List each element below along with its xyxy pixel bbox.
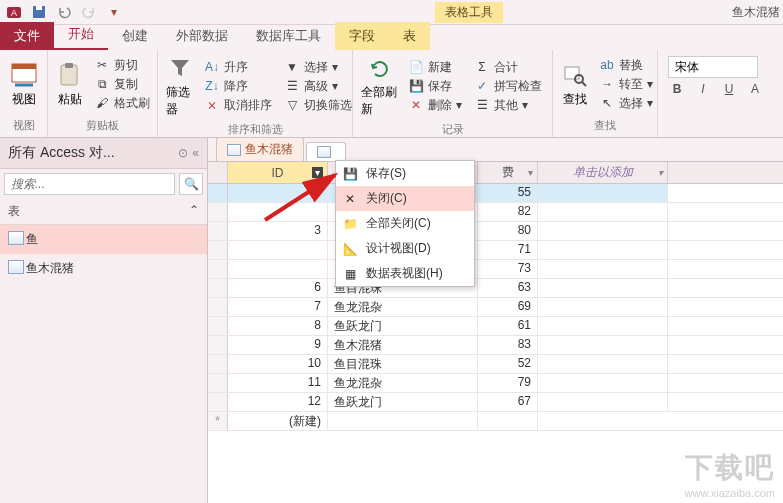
cell-add[interactable] xyxy=(538,184,668,202)
nav-item-table-1[interactable]: 鱼木混猪 xyxy=(0,254,207,283)
selection-button[interactable]: ▼选择 ▾ xyxy=(280,58,356,77)
view-button[interactable]: 视图 xyxy=(6,52,41,116)
cell-id[interactable] xyxy=(228,203,328,221)
cell-add[interactable] xyxy=(538,355,668,373)
cell-f3[interactable]: 63 xyxy=(478,279,538,297)
italic-button[interactable]: I xyxy=(694,82,712,96)
paste-button[interactable]: 粘贴 xyxy=(54,52,86,116)
cell-id[interactable]: 11 xyxy=(228,374,328,392)
new-record-button[interactable]: 📄新建 xyxy=(404,58,466,77)
row-selector[interactable] xyxy=(208,203,228,221)
row-selector-header[interactable] xyxy=(208,162,228,183)
row-selector[interactable] xyxy=(208,222,228,240)
new-record-row[interactable]: * (新建) xyxy=(208,412,783,431)
row-selector[interactable] xyxy=(208,336,228,354)
totals-button[interactable]: Σ合计 xyxy=(470,58,546,77)
font-name-input[interactable] xyxy=(668,56,758,78)
cell-id[interactable] xyxy=(228,184,328,202)
cell-f3[interactable]: 73 xyxy=(478,260,538,278)
cell-add[interactable] xyxy=(538,241,668,259)
table-row[interactable]: 7 鱼龙混杂 69 xyxy=(208,298,783,317)
col-dropdown-icon[interactable]: ▾ xyxy=(658,167,663,178)
row-selector[interactable] xyxy=(208,298,228,316)
sort-asc-button[interactable]: A↓升序 xyxy=(200,58,276,77)
more-button[interactable]: ☰其他 ▾ xyxy=(470,96,546,115)
cell-f3[interactable]: 80 xyxy=(478,222,538,240)
tab-create[interactable]: 创建 xyxy=(108,22,162,50)
nav-section-tables[interactable]: 表⌃ xyxy=(0,199,207,225)
cell-add[interactable] xyxy=(538,222,668,240)
table-row[interactable]: 10 鱼目混珠 52 xyxy=(208,355,783,374)
tab-home[interactable]: 开始 xyxy=(54,20,108,50)
col-header-add[interactable]: 单击以添加▾ xyxy=(538,162,668,183)
menu-item-save[interactable]: 💾保存(S) xyxy=(336,161,474,186)
nav-item-table-0[interactable]: 鱼 xyxy=(0,225,207,254)
cell-id[interactable]: 10 xyxy=(228,355,328,373)
refresh-all-button[interactable]: 全部刷新 xyxy=(359,52,400,120)
nav-collapse-icon[interactable]: « xyxy=(192,146,199,160)
table-row[interactable]: 9 鱼木混猪 83 xyxy=(208,336,783,355)
nav-dropdown-icon[interactable]: ⊙ xyxy=(178,146,188,160)
row-selector[interactable] xyxy=(208,393,228,411)
cell-id[interactable] xyxy=(228,241,328,259)
doc-tab-1[interactable] xyxy=(306,142,346,161)
tab-database-tools[interactable]: 数据库工具 xyxy=(242,22,335,50)
cell-f3[interactable]: 52 xyxy=(478,355,538,373)
col-dropdown-icon[interactable]: ▾ xyxy=(312,167,323,178)
table-row[interactable]: 73 xyxy=(208,260,783,279)
cell-f2[interactable]: 鱼目混珠 xyxy=(328,355,478,373)
tab-fields[interactable]: 字段 xyxy=(335,22,389,50)
cell-id[interactable]: 9 xyxy=(228,336,328,354)
filter-button[interactable]: 筛选器 xyxy=(164,52,196,120)
cell-add[interactable] xyxy=(538,279,668,297)
table-row[interactable]: 55 xyxy=(208,184,783,203)
cell-add[interactable] xyxy=(538,260,668,278)
find-button[interactable]: 查找 xyxy=(559,52,591,116)
format-painter-button[interactable]: 🖌格式刷 xyxy=(90,94,154,113)
table-row[interactable]: 3 80 xyxy=(208,222,783,241)
cell-id[interactable]: 3 xyxy=(228,222,328,240)
table-row[interactable]: 12 鱼跃龙门 67 xyxy=(208,393,783,412)
cell-f2[interactable]: 鱼跃龙门 xyxy=(328,317,478,335)
col-header-id[interactable]: ID▾ xyxy=(228,162,328,183)
menu-item-design[interactable]: 📐设计视图(D) xyxy=(336,236,474,261)
cell-f2[interactable]: 鱼龙混杂 xyxy=(328,374,478,392)
nav-search-input[interactable] xyxy=(4,173,175,195)
cell-f3[interactable]: 69 xyxy=(478,298,538,316)
cell-f2[interactable]: 鱼龙混杂 xyxy=(328,298,478,316)
cell-id[interactable]: 12 xyxy=(228,393,328,411)
cell-id[interactable]: 7 xyxy=(228,298,328,316)
doc-tab-0[interactable]: 鱼木混猪 xyxy=(216,137,304,161)
cell-id[interactable]: 6 xyxy=(228,279,328,297)
spelling-button[interactable]: ✓拼写检查 xyxy=(470,77,546,96)
table-row[interactable]: 82 xyxy=(208,203,783,222)
table-row[interactable]: 11 鱼龙混杂 79 xyxy=(208,374,783,393)
menu-item-folder[interactable]: 📁全部关闭(C) xyxy=(336,211,474,236)
access-app-icon[interactable]: A xyxy=(3,1,25,23)
nav-search-button[interactable]: 🔍 xyxy=(179,173,203,195)
row-selector[interactable] xyxy=(208,317,228,335)
bold-button[interactable]: B xyxy=(668,82,686,96)
cell-add[interactable] xyxy=(538,374,668,392)
remove-sort-button[interactable]: ⨯取消排序 xyxy=(200,96,276,115)
save-icon[interactable] xyxy=(28,1,50,23)
row-selector[interactable] xyxy=(208,374,228,392)
cut-button[interactable]: ✂剪切 xyxy=(90,56,154,75)
advanced-button[interactable]: ☰高级 ▾ xyxy=(280,77,356,96)
cell-id[interactable] xyxy=(228,260,328,278)
select-button[interactable]: ↖选择 ▾ xyxy=(595,94,657,113)
menu-item-datasheet[interactable]: ▦数据表视图(H) xyxy=(336,261,474,286)
save-record-button[interactable]: 💾保存 xyxy=(404,77,466,96)
table-row[interactable]: 6 鱼目混珠 63 xyxy=(208,279,783,298)
toggle-filter-button[interactable]: ▽切换筛选 xyxy=(280,96,356,115)
cell-f3[interactable]: 82 xyxy=(478,203,538,221)
row-selector[interactable] xyxy=(208,241,228,259)
copy-button[interactable]: ⧉复制 xyxy=(90,75,154,94)
row-selector[interactable] xyxy=(208,184,228,202)
cell-add[interactable] xyxy=(538,298,668,316)
underline-button[interactable]: U xyxy=(720,82,738,96)
cell-add[interactable] xyxy=(538,317,668,335)
goto-button[interactable]: →转至 ▾ xyxy=(595,75,657,94)
cell-f3[interactable]: 79 xyxy=(478,374,538,392)
table-row[interactable]: 71 xyxy=(208,241,783,260)
